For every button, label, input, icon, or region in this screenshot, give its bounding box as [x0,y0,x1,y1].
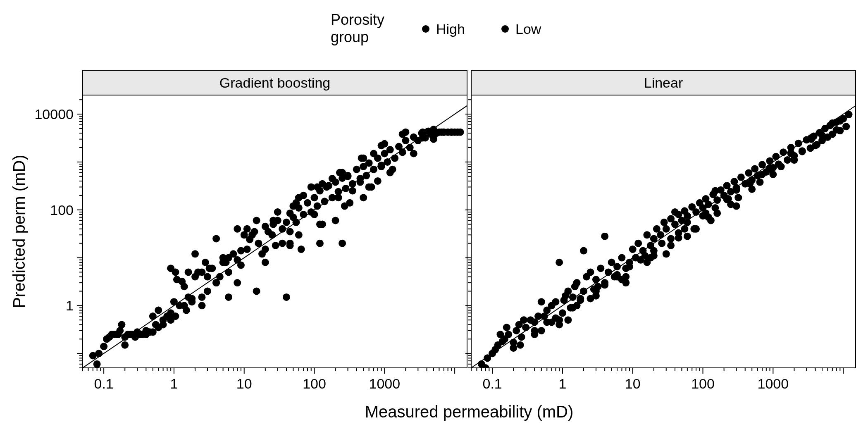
x-tick-label: 0.1 [94,376,113,391]
data-point [100,343,107,350]
data-point [580,287,587,295]
x-tick-label: 100 [691,376,715,391]
data-point [833,126,840,134]
data-point [237,261,245,269]
data-point [204,273,211,281]
data-point [684,233,691,240]
data-point [795,140,802,147]
data-point [573,279,581,286]
data-point [349,180,356,188]
data-point [711,187,719,195]
data-point [675,229,682,236]
data-point [790,156,798,164]
data-point [569,304,577,312]
data-point [399,148,406,156]
data-point [440,129,448,136]
data-point [745,169,752,176]
data-point [692,208,700,216]
legend-marker-icon [501,25,509,33]
x-tick-label: 1 [170,376,178,391]
data-point [384,158,391,166]
data-point [643,259,651,266]
data-point [332,217,339,224]
data-point [787,149,795,157]
data-point [661,219,668,226]
data-point [269,217,277,224]
data-point [842,123,850,130]
data-point [684,212,691,219]
data-point [181,302,188,309]
y-tick-label: 100 [50,202,74,218]
data-point [808,134,815,141]
data-point [268,231,276,238]
data-point [329,175,336,182]
data-point [613,263,621,270]
data-point [349,187,356,195]
data-point [321,198,328,205]
data-point [663,250,670,258]
data-point [253,287,260,295]
data-point [522,324,529,331]
data-point [756,179,764,186]
data-point [601,233,608,240]
data-point [818,131,826,139]
data-point [520,316,527,324]
x-tick-label: 100 [303,376,326,391]
data-point [402,137,409,144]
data-point [262,259,269,266]
data-point [399,131,406,138]
data-point [667,235,675,242]
data-point [234,225,241,233]
data-point [95,350,103,357]
data-point [316,221,324,228]
data-point [243,246,251,253]
data-point [336,169,343,176]
svg-text:group: group [331,29,369,45]
data-point [342,185,349,192]
data-point [663,225,670,233]
data-point [253,217,260,224]
data-point [505,331,512,338]
data-point [314,183,321,191]
data-point [370,150,377,157]
data-point [713,196,721,204]
data-point [314,203,321,210]
data-point [262,246,269,253]
data-point [723,196,731,203]
data-point [556,259,563,266]
data-point [198,293,205,301]
data-point [552,298,559,305]
data-point [681,225,688,233]
data-point [517,341,524,349]
data-point [601,281,608,289]
legend-marker-icon [422,25,429,33]
data-point [108,331,115,338]
data-point [658,240,665,247]
data-point [234,279,241,286]
data-point [758,171,766,178]
data-point [618,276,625,283]
x-tick-label: 1000 [369,376,400,391]
data-point [845,111,853,118]
data-point [248,231,256,238]
data-point [198,302,205,309]
data-point [538,327,545,334]
data-point [358,155,365,162]
data-point [592,292,600,300]
data-point [225,293,232,301]
data-point [772,153,780,160]
data-point [362,172,370,179]
data-point [295,231,303,238]
data-point [274,208,281,216]
data-point [448,129,455,136]
data-point [368,183,375,191]
x-tick-label: 0.1 [482,376,502,391]
data-point [705,201,712,208]
data-point [300,211,307,218]
data-point [163,312,171,320]
data-point [564,316,572,324]
data-point [637,256,644,264]
data-point [538,298,545,305]
data-point [671,208,679,216]
data-point [167,265,174,272]
